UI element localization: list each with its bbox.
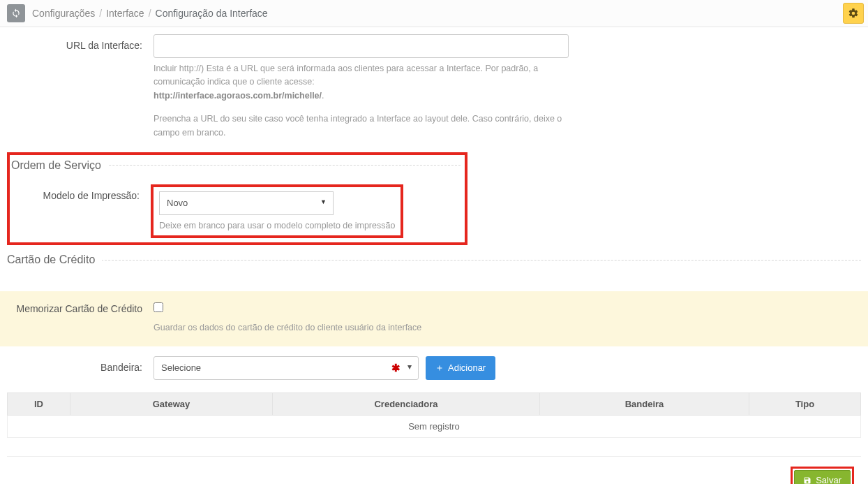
separator: / [99,8,102,19]
url-label: URL da Interface: [7,34,154,51]
url-row: URL da Interface: Incluir http://) Esta … [7,34,861,140]
breadcrumb-item[interactable]: Configurações [32,8,95,19]
highlight-save: Salvar [791,467,854,484]
th-credenciadora: Credenciadora [273,393,540,415]
save-icon [803,476,811,484]
url-help-1: Incluir http://) Esta é a URL que será i… [154,62,569,103]
breadcrumb-current: Configuração da Interface [156,8,268,19]
salvar-button[interactable]: Salvar [794,470,851,484]
breadcrumb-item[interactable]: Interface [106,8,144,19]
cartao-credito-legend: Cartão de Crédito [7,254,102,266]
empty-cell: Sem registro [8,415,861,437]
memorizar-band: Memorizar Cartão de Crédito Guardar os d… [0,291,868,346]
bandeira-label: Bandeira: [7,356,154,373]
highlight-modelo-select: Novo Deixe em branco para usar o modelo … [151,184,403,238]
ordem-servico-legend: Ordem de Serviço [11,159,108,172]
topbar: Configurações / Interface / Configuração… [0,0,868,27]
settings-button[interactable] [843,3,864,24]
memorizar-checkbox[interactable] [154,302,163,312]
bandeira-select[interactable]: Selecione [154,356,419,380]
url-help-2: Preencha a URL do seu site caso você ten… [154,112,569,140]
table-row-empty: Sem registro [8,415,861,437]
ordem-servico-fieldset: Ordem de Serviço Modelo de Impressão: No… [11,159,461,238]
gear-icon [848,8,859,19]
memorizar-help: Guardar os dados do cartão de crédito do… [154,321,569,335]
memorizar-label: Memorizar Cartão de Crédito [7,302,154,316]
modelo-impressao-select[interactable]: Novo [159,191,334,215]
th-gateway: Gateway [70,393,273,415]
bandeiras-table: ID Gateway Credenciadora Bandeira Tipo S… [7,393,861,438]
bandeira-row: Bandeira: Selecione ✱ Adicionar [7,356,861,380]
cartao-credito-fieldset: Cartão de Crédito Memorizar Cartão de Cr… [7,254,861,437]
highlight-ordem-servico: Ordem de Serviço Modelo de Impressão: No… [7,152,467,245]
required-icon: ✱ [391,362,401,374]
footer: Salvar [7,456,861,484]
th-id: ID [8,393,70,415]
content-area: URL da Interface: Incluir http://) Esta … [0,27,868,484]
breadcrumb: Configurações / Interface / Configuração… [32,8,268,19]
th-bandeira: Bandeira [540,393,749,415]
adicionar-button[interactable]: Adicionar [426,356,495,380]
url-input[interactable] [154,34,569,58]
plus-icon [435,364,444,372]
refresh-icon-button[interactable] [7,4,25,22]
th-tipo: Tipo [749,393,861,415]
modelo-impressao-label: Modelo de Impressão: [11,184,151,201]
modelo-impressao-help: Deixe em branco para usar o modelo compl… [159,219,395,233]
refresh-icon [11,8,21,18]
separator: / [149,8,151,19]
